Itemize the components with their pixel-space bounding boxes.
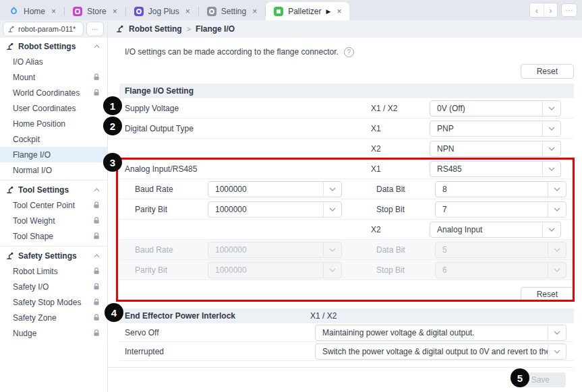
- port-label: X2: [371, 144, 430, 154]
- port-label: X2: [371, 225, 430, 234]
- select-value: 1000000: [208, 182, 323, 197]
- port-label: X1 / X2: [371, 104, 430, 113]
- sidebar-item-io-alias[interactable]: I/O Alias: [0, 54, 107, 69]
- item-label: Robot Limits: [13, 267, 58, 276]
- param-more-button[interactable]: ⋯: [86, 22, 104, 36]
- section-safety-settings[interactable]: Safety Settings: [0, 249, 107, 263]
- item-label: Flange I/O: [13, 150, 51, 160]
- interrupted-select[interactable]: Switch the power voltage & digital outpu…: [315, 344, 566, 360]
- tab-store[interactable]: Store ×: [65, 2, 125, 20]
- section-robot-settings[interactable]: Robot Settings: [0, 39, 107, 54]
- robot-param-field[interactable]: robot-param-011*: [3, 22, 84, 36]
- tabbar-more-button[interactable]: ⋯: [561, 3, 577, 17]
- select-value: 1000000: [208, 242, 323, 257]
- section-divider: [0, 246, 107, 247]
- sidebar-item-nudge[interactable]: Nudge: [0, 325, 107, 341]
- chevron-down-icon: [542, 121, 560, 136]
- chevron-up-icon: [94, 254, 100, 258]
- reset-button-analog[interactable]: Reset: [521, 287, 574, 302]
- parity-bit-x1-select[interactable]: 1000000: [208, 201, 342, 218]
- sidebar-item-world-coordinates[interactable]: World Coordinates: [0, 85, 107, 100]
- tab-home[interactable]: Home ×: [1, 2, 64, 20]
- lock-icon: [93, 283, 100, 290]
- sidebar-item-mount[interactable]: Mount: [0, 69, 107, 85]
- tab-forward-button[interactable]: ›: [544, 3, 557, 17]
- table-row-supply-voltage: Supply Voltage X1 / X2 0V (Off): [119, 98, 574, 119]
- tab-label: Palletizer: [288, 7, 321, 16]
- data-bit-x1-select[interactable]: 8: [435, 181, 566, 197]
- select-value: 7: [436, 202, 548, 217]
- sidebar-item-safety-zone[interactable]: Safety Zone: [0, 310, 107, 325]
- lock-icon: [93, 73, 100, 81]
- tab-setting[interactable]: Setting ×: [199, 2, 265, 20]
- sidebar-item-safety-io[interactable]: Safety I/O: [0, 279, 107, 294]
- row-label: Parity Bit: [135, 265, 208, 275]
- row-label: Supply Voltage: [125, 104, 371, 113]
- item-label: Mount: [13, 73, 35, 82]
- play-icon: ▶: [326, 8, 331, 15]
- item-label: World Coordinates: [13, 88, 80, 98]
- close-icon[interactable]: ×: [113, 7, 117, 16]
- section-tool-settings[interactable]: Tool Settings: [0, 183, 107, 197]
- flange-io-table: Flange I/O Setting Supply Voltage X1 / X…: [119, 84, 574, 361]
- sidebar-item-robot-limits[interactable]: Robot Limits: [0, 263, 107, 279]
- close-icon[interactable]: ×: [185, 7, 190, 16]
- tab-back-button[interactable]: ‹: [530, 3, 544, 17]
- port-label: Data Bit: [376, 245, 435, 255]
- item-label: Cockpit: [13, 135, 40, 144]
- tab-jog-plus[interactable]: Jog Plus ×: [126, 2, 198, 20]
- sidebar-item-safety-stop-modes[interactable]: Safety Stop Modes: [0, 294, 107, 310]
- tab-controls: ‹ › ⋯: [529, 3, 582, 20]
- save-button[interactable]: Save: [515, 372, 566, 387]
- close-icon[interactable]: ×: [337, 7, 341, 16]
- digital-output-x1-select[interactable]: PNP: [430, 121, 561, 137]
- reset-button-top[interactable]: Reset: [521, 64, 574, 79]
- stop-bit-x1-select[interactable]: 7: [435, 201, 566, 218]
- item-label: Safety Stop Modes: [13, 298, 81, 307]
- port-label: X1: [371, 164, 430, 174]
- param-name: robot-param-011*: [18, 25, 76, 33]
- baud-rate-x1-select[interactable]: 1000000: [208, 181, 342, 197]
- servo-off-select[interactable]: Maintaining power voltage & digital outp…: [315, 325, 566, 341]
- param-row: robot-param-011* ⋯: [0, 20, 107, 38]
- row-label: Servo Off: [125, 328, 315, 337]
- chevron-down-icon: [323, 182, 341, 197]
- main-area: Robot Setting > Flange I/O I/O settings …: [108, 20, 582, 392]
- row-label: Baud Rate: [135, 185, 208, 194]
- app-window: Home × Store × Jog Plus × Setting × Pall…: [0, 0, 582, 392]
- help-icon[interactable]: ?: [344, 47, 354, 57]
- digital-output-x2-select[interactable]: NPN: [430, 141, 561, 157]
- close-icon[interactable]: ×: [51, 7, 56, 16]
- sidebar-item-user-coordinates[interactable]: User Coordinates: [0, 100, 107, 116]
- close-icon[interactable]: ×: [252, 7, 257, 16]
- tab-palletizer[interactable]: Palletizer ▶ ×: [266, 2, 349, 20]
- table-row-servo-off: Servo Off Maintaining power voltage & di…: [119, 323, 574, 342]
- sidebar-item-tool-center-point[interactable]: Tool Center Point: [0, 197, 107, 213]
- home-app-icon: [9, 7, 19, 16]
- breadcrumb: Robot Setting > Flange I/O: [108, 20, 582, 38]
- port-label: Stop Bit: [376, 265, 435, 275]
- lock-icon: [93, 232, 100, 240]
- sidebar-item-home-position[interactable]: Home Position: [0, 116, 107, 131]
- sidebar-item-tool-weight[interactable]: Tool Weight: [0, 213, 107, 228]
- sidebar-item-tool-shape[interactable]: Tool Shape: [0, 228, 107, 244]
- select-value: PNP: [430, 121, 542, 136]
- analog-x2-select[interactable]: Analog Input: [430, 222, 561, 238]
- lock-icon: [93, 329, 100, 337]
- sidebar-item-cockpit[interactable]: Cockpit: [0, 131, 107, 147]
- tab-label: Store: [87, 7, 107, 16]
- page-description: I/O settings can be made according to th…: [125, 47, 339, 57]
- item-label: Safety I/O: [13, 282, 49, 292]
- table-row-baud-rate-x1: Baud Rate 1000000 Data Bit 8: [119, 179, 574, 199]
- sidebar-item-flange-io[interactable]: Flange I/O: [0, 147, 107, 162]
- row-label: Analog Input/RS485: [125, 164, 371, 174]
- breadcrumb-root[interactable]: Robot Setting: [129, 24, 182, 34]
- robot-icon: [7, 26, 15, 33]
- chevron-down-icon: [548, 182, 566, 197]
- analog-x1-select[interactable]: RS485: [430, 161, 561, 177]
- baud-rate-x2-select: 1000000: [208, 242, 342, 258]
- sidebar-item-normal-io[interactable]: Normal I/O: [0, 162, 107, 178]
- supply-voltage-select[interactable]: 0V (Off): [430, 100, 561, 117]
- item-label: Tool Shape: [13, 232, 53, 241]
- lock-icon: [93, 89, 100, 96]
